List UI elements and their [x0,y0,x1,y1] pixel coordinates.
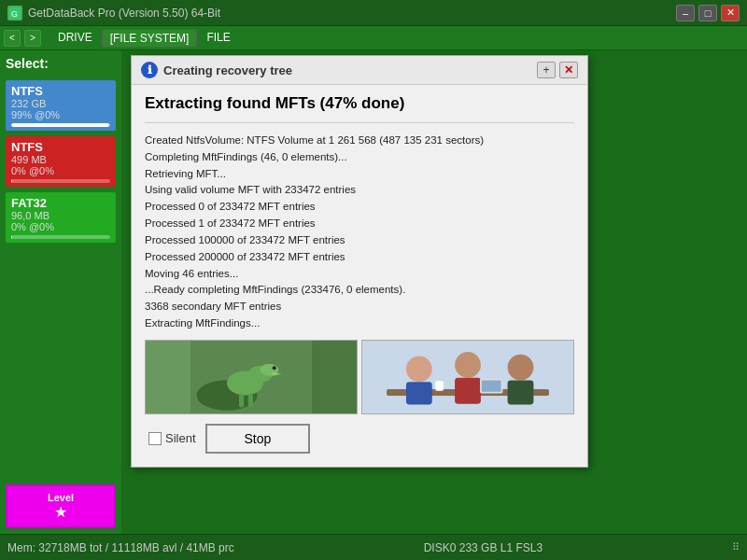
disk-info: DISK0 233 GB L1 FSL3 [424,541,543,554]
stop-button[interactable]: Stop [205,424,311,454]
drive-size-ntfs2: 499 MB [11,154,110,165]
dialog-heading: Extracting found MFTs (47% done) [145,94,574,113]
drive-label-ntfs1: NTFS [11,84,110,98]
sidebar: Select: NTFS 232 GB 99% @0% NTFS 499 MB … [0,50,121,534]
svg-rect-13 [406,382,432,404]
minimize-button[interactable]: – [676,5,695,21]
level-star: ★ [13,503,108,521]
menu-item-drive[interactable]: DRIVE [50,29,100,48]
dialog-title-left: ℹ Creating recovery tree [141,62,292,78]
image-row [145,340,574,414]
drive-bar-ntfs1 [11,123,110,127]
svg-point-16 [508,354,534,380]
dialog-plus-button[interactable]: + [537,62,556,78]
svg-rect-7 [239,394,244,407]
drive-bar-fill-fat32 [11,235,12,239]
silent-check[interactable]: Silent [148,431,196,445]
app-icon: G [7,6,22,21]
content-area: ℹ Creating recovery tree + ✕ Extracting … [121,50,747,534]
dialog-body: Extracting found MFTs (47% done) Created… [132,85,587,467]
menu-item-file[interactable]: FILE [199,29,237,48]
close-window-button[interactable]: ✕ [721,5,740,21]
log-line: Completing MftFindings (46, 0 elements).… [145,149,574,166]
main-layout: Select: NTFS 232 GB 99% @0% NTFS 499 MB … [0,50,747,534]
svg-rect-19 [482,380,501,391]
svg-rect-15 [455,378,481,404]
log-line: Processed 100000 of 233472 MFT entries [145,232,574,249]
drive-item-ntfs2[interactable]: NTFS 499 MB 0% @0% [6,136,116,187]
silent-label: Silent [165,431,196,445]
level-title: Level [13,492,108,503]
dino-image [145,340,358,414]
log-line: Processed 0 of 233472 MFT entries [145,199,574,216]
dialog-controls: + ✕ [537,62,578,78]
log-line: Processed 200000 of 233472 MFT entries [145,249,574,266]
silent-checkbox[interactable] [148,432,162,445]
drive-bar-fat32 [11,235,110,239]
title-bar: G GetDataBack Pro (Version 5.50) 64-Bit … [0,0,747,26]
log-line: Created NtfsVolume: NTFS Volume at 1 261… [145,133,574,149]
drive-label-fat32: FAT32 [11,196,110,210]
dialog-footer: Silent Stop [145,424,574,457]
resize-icon: ⠿ [732,541,740,553]
drive-pct-ntfs2: 0% @0% [11,165,110,176]
menu-items: DRIVE [FILE SYSTEM] FILE [50,29,238,48]
dialog-title-bar: ℹ Creating recovery tree + ✕ [132,56,587,85]
drive-pct-fat32: 0% @0% [11,221,110,232]
menu-item-filesystem[interactable]: [FILE SYSTEM] [102,29,198,48]
drive-bar-fill-ntfs2 [11,179,12,183]
dialog-title-text: Creating recovery tree [163,63,292,77]
svg-rect-17 [508,380,534,404]
log-line: 3368 secondary MFT entries [145,299,574,315]
drive-bar-fill-ntfs1 [11,123,109,127]
svg-point-12 [406,356,432,382]
status-bar: Mem: 32718MB tot / 11118MB avl / 41MB pr… [0,534,747,560]
drive-pct-ntfs1: 99% @0% [11,109,110,120]
dialog-divider [145,122,574,123]
drive-item-fat32[interactable]: FAT32 96,0 MB 0% @0% [6,192,116,243]
drive-size-fat32: 96,0 MB [11,210,110,221]
svg-rect-20 [435,381,444,390]
meeting-image [361,340,574,414]
maximize-button[interactable]: □ [698,5,717,21]
menu-bar: < > DRIVE [FILE SYSTEM] FILE [0,26,747,50]
drive-size-ntfs1: 232 GB [11,98,110,109]
svg-rect-8 [248,394,253,407]
log-area: Created NtfsVolume: NTFS Volume at 1 261… [145,133,574,332]
drive-item-ntfs1[interactable]: NTFS 232 GB 99% @0% [6,80,116,131]
drive-bar-ntfs2 [11,179,110,183]
info-icon: ℹ [141,62,158,78]
log-line: Processed 1 of 233472 MFT entries [145,216,574,232]
recovery-dialog: ℹ Creating recovery tree + ✕ Extracting … [131,55,588,468]
log-line: Moving 46 entries... [145,266,574,283]
title-bar-controls: – □ ✕ [676,5,740,21]
svg-point-14 [455,352,481,378]
svg-text:G: G [11,9,18,19]
mem-info: Mem: 32718MB tot / 11118MB avl / 41MB pr… [7,541,234,554]
nav-back-button[interactable]: < [4,30,21,47]
select-label: Select: [6,56,116,71]
nav-forward-button[interactable]: > [24,30,41,47]
log-line: Retrieving MFT... [145,166,574,183]
log-line: ...Ready completing MftFindings (233476,… [145,282,574,299]
svg-point-9 [273,366,276,370]
title-bar-text: GetDataBack Pro (Version 5.50) 64-Bit [28,7,676,20]
log-line: Extracting MftFindings... [145,315,574,332]
menu-nav: < > [4,30,41,47]
dialog-close-button[interactable]: ✕ [559,62,578,78]
level-box[interactable]: Level ★ [6,484,116,528]
drive-label-ntfs2: NTFS [11,140,110,154]
log-line: Using valid volume MFT with 233472 entri… [145,182,574,199]
